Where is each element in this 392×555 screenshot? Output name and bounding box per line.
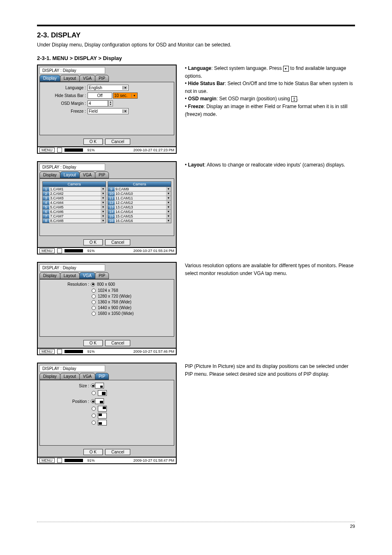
radio-option[interactable] <box>92 312 96 316</box>
camera-row[interactable]: 1010.CAM10▾ <box>108 191 171 196</box>
radio-pos-2[interactable] <box>92 407 96 411</box>
radio-pos-3[interactable] <box>92 414 96 418</box>
cancel-button[interactable]: Cancel <box>105 239 130 245</box>
status-menu: MENU <box>39 148 55 153</box>
camera-row[interactable]: 44.CAM4▾ <box>43 200 106 205</box>
tab-vga[interactable]: VGA <box>79 75 95 82</box>
camera-row[interactable]: 66.CAM6▾ <box>43 209 106 214</box>
col-head-right: Camera <box>108 182 171 187</box>
cancel-button[interactable]: Cancel <box>105 449 130 455</box>
radio-option[interactable] <box>92 300 96 304</box>
pip-size-large-icon <box>98 390 107 396</box>
camera-row[interactable]: 1616.CAM16▾ <box>108 218 171 223</box>
progress-bar <box>65 249 85 252</box>
ok-button[interactable]: O K <box>83 139 103 145</box>
radio-label: 1360 x 768 (Wide) <box>98 300 131 304</box>
status-menu: MENU <box>39 248 55 253</box>
screenshot-layout: DISPLAY : Display Display Layout VGA PIP… <box>37 161 177 254</box>
progress-bar <box>65 350 85 353</box>
camera-row[interactable]: 1313.CAM13▾ <box>108 205 171 209</box>
combo-hide-status-onoff[interactable]: Off <box>88 92 112 99</box>
tab-display[interactable]: Display <box>39 171 60 178</box>
top-divider <box>37 25 355 26</box>
status-menu: MENU <box>39 458 55 463</box>
camera-row[interactable]: 1212.CAM12▾ <box>108 200 171 205</box>
pip-size-small-icon <box>95 383 104 388</box>
tab-pip[interactable]: PIP <box>95 75 109 82</box>
camera-row[interactable]: 33.CAM3▾ <box>43 196 106 200</box>
input-osd-margin[interactable]: 4 <box>88 100 108 106</box>
tab-layout[interactable]: Layout <box>60 75 80 82</box>
record-icon <box>57 349 62 354</box>
tab-display[interactable]: Display <box>39 373 60 380</box>
label-language: Language : <box>42 86 88 90</box>
camera-row[interactable]: 88.CAM8▾ <box>43 218 106 223</box>
tab-layout[interactable]: Layout <box>60 272 80 279</box>
combo-hide-status-time[interactable]: 10 sec.▾ <box>113 92 138 99</box>
dropdown-icon: ▾ <box>283 66 289 72</box>
radio-option[interactable] <box>91 282 95 287</box>
radio-option[interactable] <box>92 306 96 310</box>
pip-pos-tr-icon <box>98 406 107 412</box>
timestamp: 2009-10-27 01:55:24 PM <box>133 249 174 253</box>
camera-row[interactable]: 1111.CAM11▾ <box>108 196 171 200</box>
camera-row[interactable]: 55.CAM5▾ <box>43 205 106 209</box>
tab-layout[interactable]: Layout <box>60 171 80 178</box>
progress-bar <box>65 459 85 462</box>
page-number: 29 <box>37 522 355 529</box>
subsection-title: 2-3-1. MENU > DISPLAY > Display <box>37 55 355 61</box>
radio-pos-4[interactable] <box>92 421 96 425</box>
tab-display[interactable]: Display <box>39 75 60 82</box>
label-pip-size: Size : <box>42 384 91 388</box>
desc-display: • Language: Select system language. Pres… <box>185 65 355 154</box>
tab-pip[interactable]: PIP <box>95 272 109 279</box>
progress-pct: 91% <box>88 458 95 462</box>
window-title: DISPLAY : Display <box>39 264 105 271</box>
timestamp: 2009-10-27 01:57:46 PM <box>133 349 174 354</box>
camera-row[interactable]: 77.CAM7▾ <box>43 214 106 218</box>
label-osd-margin: OSD Margin : <box>42 101 88 106</box>
section-title: 2-3. DISPLAY <box>37 31 355 39</box>
tab-display[interactable]: Display <box>39 272 60 279</box>
radio-size-large[interactable] <box>92 391 96 395</box>
progress-pct: 91% <box>88 148 95 152</box>
spinner-osd-margin[interactable]: ▲▼ <box>108 100 113 106</box>
desc-vga: Various resolution options are available… <box>185 262 355 355</box>
radio-size-small[interactable] <box>91 384 95 388</box>
tab-vga[interactable]: VGA <box>79 373 95 380</box>
tab-vga[interactable]: VGA <box>79 272 95 279</box>
ok-button[interactable]: O K <box>83 239 103 245</box>
pip-pos-br-icon <box>95 398 104 404</box>
record-icon <box>57 148 62 153</box>
tab-pip[interactable]: PIP <box>95 171 109 178</box>
ok-button[interactable]: O K <box>83 340 103 346</box>
cancel-button[interactable]: Cancel <box>105 340 130 346</box>
camera-row[interactable]: 22.CAM2▾ <box>43 191 106 196</box>
radio-label: 800 x 600 <box>97 282 115 287</box>
combo-freeze[interactable]: Field▾ <box>88 108 129 114</box>
desc-pip: PIP (Picture In Picture) size and its di… <box>185 363 355 464</box>
timestamp: 2009-10-27 01:27:23 PM <box>133 148 174 152</box>
tab-vga[interactable]: VGA <box>79 171 95 178</box>
radio-option[interactable] <box>92 289 96 293</box>
window-title: DISPLAY : Display <box>39 67 105 74</box>
camera-row[interactable]: 99.CAM9▾ <box>108 187 171 191</box>
radio-option[interactable] <box>92 294 96 298</box>
progress-pct: 91% <box>88 349 95 354</box>
tab-layout[interactable]: Layout <box>60 373 80 380</box>
camera-row[interactable]: 1414.CAM14▾ <box>108 209 171 214</box>
label-hide-status: Hide Status Bar : <box>42 93 88 98</box>
label-pip-position: Position : <box>42 399 91 404</box>
ok-button[interactable]: O K <box>83 449 103 455</box>
radio-pos-1[interactable] <box>91 399 95 403</box>
screenshot-vga: DISPLAY : Display Display Layout VGA PIP… <box>37 262 177 355</box>
status-menu: MENU <box>39 349 55 354</box>
camera-row[interactable]: 1515.CAM15▾ <box>108 214 171 218</box>
combo-language[interactable]: English▾ <box>88 85 129 91</box>
cancel-button[interactable]: Cancel <box>105 139 130 145</box>
tab-pip[interactable]: PIP <box>95 373 109 380</box>
pip-pos-tl-icon <box>98 413 107 419</box>
radio-label: 1024 x 768 <box>98 288 118 293</box>
pip-pos-bl-icon <box>98 420 107 426</box>
camera-row[interactable]: 11.CAM1▾ <box>43 187 106 191</box>
